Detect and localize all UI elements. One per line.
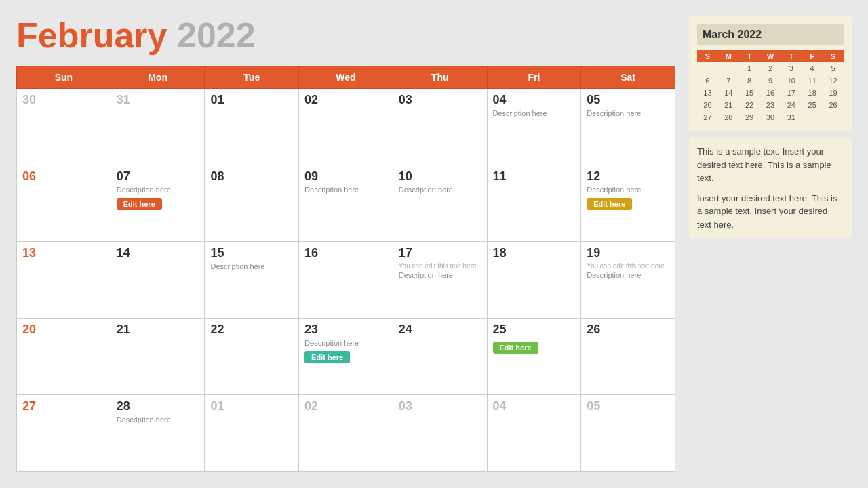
mini-cal-day: 14: [718, 87, 739, 99]
day-description: Description here: [493, 109, 576, 117]
day-description: Description here: [304, 186, 387, 194]
weekday-wed: Wed: [299, 66, 393, 89]
edit-button[interactable]: Edit here: [493, 342, 538, 354]
calendar-day: 30: [17, 89, 111, 165]
calendar-day: 31: [111, 89, 205, 165]
mini-cal-day: 3: [781, 62, 802, 75]
calendar-day: 01: [205, 395, 299, 472]
day-number: 13: [22, 246, 105, 261]
day-number: 23: [304, 323, 387, 338]
calendar-day: 21: [111, 319, 205, 395]
mini-cal-day: 4: [802, 62, 823, 75]
day-number: 01: [210, 399, 293, 414]
day-number: 19: [587, 246, 669, 261]
day-description: Description here: [117, 415, 199, 424]
mini-cal-title: March 2022: [697, 24, 844, 45]
day-number: 16: [304, 246, 387, 261]
mini-cal-day: 31: [781, 111, 802, 123]
calendar-day: 20: [17, 319, 111, 395]
calendar-day: 05: [581, 395, 675, 472]
mini-cal-day: [697, 62, 718, 75]
mini-cal-day: [718, 62, 739, 75]
mini-cal-day: 30: [760, 111, 781, 123]
calendar-day: 27: [17, 395, 111, 472]
day-number: 30: [22, 93, 105, 108]
day-number: 24: [399, 323, 481, 338]
sidebar-text-1: This is a sample text. Insert your desir…: [697, 145, 844, 185]
calendar-day: 19You can edit this text here.Descriptio…: [581, 242, 675, 319]
day-description: Description here: [117, 186, 199, 194]
mini-cal-day: 19: [823, 87, 844, 99]
mini-cal-header: S: [823, 50, 844, 62]
day-description: Description here: [587, 186, 669, 194]
day-description: Description here: [399, 271, 481, 279]
day-number: 10: [399, 169, 481, 184]
mini-cal-day: [823, 111, 844, 123]
weekday-sat: Sat: [581, 66, 675, 89]
day-number: 15: [210, 246, 293, 261]
day-number: 17: [399, 246, 481, 261]
day-number: 05: [587, 399, 669, 414]
calendar-day: 13: [17, 242, 111, 319]
mini-cal-day: 29: [739, 111, 760, 123]
mini-cal-day: 26: [823, 99, 844, 111]
day-number: 26: [587, 323, 669, 338]
day-number: 08: [210, 169, 293, 184]
day-number: 20: [22, 323, 105, 338]
calendar-table: Sun Mon Tue Wed Thu Fri Sat 303101020304…: [16, 66, 675, 472]
sidebar-text-2: Insert your desired text here. This is a…: [697, 192, 844, 232]
edit-button[interactable]: Edit here: [587, 198, 632, 210]
day-number: 02: [304, 399, 387, 414]
day-number: 14: [117, 246, 199, 261]
calendar-day: 03: [393, 395, 487, 472]
mini-cal-day: 28: [718, 111, 739, 123]
day-number: 07: [117, 169, 199, 184]
year-label: 2022: [177, 16, 256, 55]
mini-cal-day: 17: [781, 87, 802, 99]
calendar-day: 15Description here: [205, 242, 299, 319]
calendar-day: 18: [487, 242, 581, 319]
mini-cal-day: 7: [718, 75, 739, 87]
mini-cal-day: 22: [739, 99, 760, 111]
mini-cal-day: 10: [781, 75, 802, 87]
edit-button[interactable]: Edit here: [117, 198, 162, 210]
day-number: 01: [210, 93, 293, 108]
weekday-tue: Tue: [205, 66, 299, 89]
weekday-thu: Thu: [393, 66, 487, 89]
main-section: February 2022 Sun Mon Tue Wed Thu Fri Sa…: [16, 16, 675, 472]
mini-cal-header: T: [739, 50, 760, 62]
mini-cal-day: [802, 111, 823, 123]
mini-cal-day: 2: [760, 62, 781, 75]
mini-cal-day: 23: [760, 99, 781, 111]
day-number: 03: [399, 93, 481, 108]
mini-cal-day: 5: [823, 62, 844, 75]
day-number: 22: [210, 323, 293, 338]
mini-cal-day: 12: [823, 75, 844, 87]
edit-button[interactable]: Edit here: [304, 351, 350, 363]
calendar-day: 04: [487, 395, 581, 472]
day-number: 27: [22, 399, 105, 414]
calendar-day: 02: [299, 395, 393, 472]
mini-cal-day: 16: [760, 87, 781, 99]
calendar-day: 07Description hereEdit here: [111, 165, 205, 242]
day-number: 04: [493, 399, 576, 414]
mini-cal-day: 6: [697, 75, 718, 87]
day-note: You can edit this text here.: [399, 262, 481, 270]
calendar-day: 06: [17, 165, 111, 242]
calendar-day: 16: [299, 242, 393, 319]
calendar-day: 24: [393, 319, 487, 395]
weekday-sun: Sun: [17, 66, 111, 89]
day-description: Description here: [210, 262, 293, 270]
mini-cal-day: 21: [718, 99, 739, 111]
day-number: 02: [304, 93, 387, 108]
calendar-day: 05Description here: [581, 89, 675, 165]
mini-cal-day: 13: [697, 87, 718, 99]
calendar-day: 08: [205, 165, 299, 242]
mini-calendar-container: March 2022 SMTWTFS 123456789101112131415…: [689, 16, 852, 131]
calendar-day: 28Description here: [111, 395, 205, 472]
day-number: 28: [117, 399, 199, 414]
weekday-mon: Mon: [111, 66, 205, 89]
calendar-day: 04Description here: [487, 89, 581, 165]
day-note: You can edit this text here.: [587, 262, 669, 270]
calendar-day: 09Description here: [299, 165, 393, 242]
